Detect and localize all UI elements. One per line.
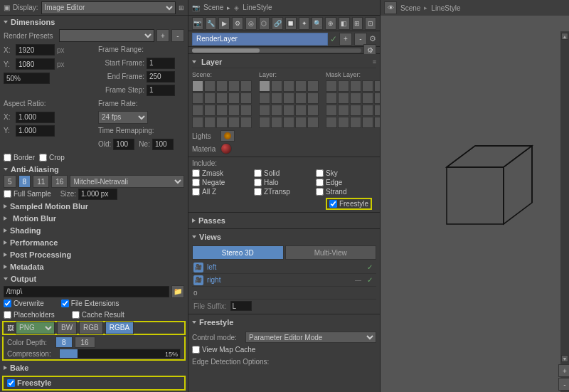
scene-cell-19[interactable] (228, 117, 240, 128)
layer-cell-11[interactable] (259, 105, 270, 116)
performance-section[interactable]: Performance (0, 236, 188, 248)
scene-cell-1[interactable] (192, 80, 203, 92)
mask-cell-9[interactable] (362, 92, 373, 104)
mask-cell-14[interactable] (362, 105, 373, 116)
toolbar-icon-2[interactable]: 🔧 (206, 17, 217, 30)
render-layer-add[interactable]: + (339, 33, 352, 46)
materia-circle[interactable] (220, 143, 232, 154)
render-presets-select[interactable] (59, 29, 154, 42)
negate-checkbox[interactable] (192, 179, 200, 186)
depth-8-btn[interactable]: 8 (55, 337, 73, 348)
mask-cell-1[interactable] (326, 80, 337, 92)
file-ext-label[interactable]: File Extensions (61, 300, 119, 307)
layer-cell-13[interactable] (283, 105, 294, 116)
mask-cell-6[interactable] (326, 92, 337, 104)
negate-item[interactable]: Negate (192, 179, 252, 186)
scene-cell-6[interactable] (192, 92, 203, 104)
freestyle-mid-header[interactable]: Freestyle (192, 316, 376, 329)
comp-bar[interactable]: 15% (59, 349, 181, 359)
render-layer-settings[interactable]: ⚙ (369, 34, 376, 43)
aa-filter-select[interactable]: Mitchell-Netravali (70, 175, 184, 188)
layer-cell-8[interactable] (283, 92, 294, 104)
end-frame-input[interactable] (147, 71, 175, 83)
layer-cell-20[interactable] (307, 117, 319, 128)
scene-cell-9[interactable] (228, 92, 240, 104)
output-path-input[interactable] (4, 286, 169, 297)
frame-step-input[interactable] (147, 85, 175, 96)
full-sample-checkbox[interactable] (4, 190, 11, 198)
allz-checkbox[interactable] (192, 188, 200, 196)
dimensions-section[interactable]: Dimensions (0, 16, 188, 28)
lights-btn[interactable] (220, 130, 235, 142)
scroll-down-btn[interactable]: ▼ (561, 355, 568, 362)
scene-cell-20[interactable] (240, 117, 252, 128)
scene-cell-2[interactable] (204, 80, 216, 92)
view-map-cache-label[interactable]: View Map Cache (192, 346, 255, 354)
freestyle-checkbox[interactable] (7, 379, 15, 387)
crop-check-label[interactable]: Crop (39, 154, 65, 161)
scene-cell-13[interactable] (216, 105, 228, 116)
overwrite-checkbox[interactable] (4, 300, 11, 307)
layer-cell-6[interactable] (259, 92, 270, 104)
res-y-input[interactable] (16, 58, 55, 70)
layer-cell-12[interactable] (271, 105, 282, 116)
passes-header[interactable]: Passes (192, 214, 376, 227)
scroll-track[interactable] (192, 48, 361, 53)
halo-checkbox[interactable] (254, 179, 262, 186)
view3d-icon[interactable]: 👁 (384, 1, 397, 14)
cache-result-label[interactable]: Cache Result (72, 311, 124, 319)
scene-cell-7[interactable] (204, 92, 216, 104)
sky-item[interactable]: Sky (316, 169, 376, 177)
ztransp-item[interactable]: ZTransp (254, 188, 314, 196)
toolbar-icon-9[interactable]: ✦ (299, 17, 310, 30)
placeholders-checkbox[interactable] (4, 311, 11, 319)
crop-checkbox[interactable] (39, 154, 47, 161)
motion-blur-row[interactable]: Motion Blur (0, 212, 188, 224)
mask-cell-2[interactable] (338, 80, 349, 92)
mask-cell-16[interactable] (326, 117, 337, 128)
mask-cell-17[interactable] (338, 117, 349, 128)
toolbar-icon-3[interactable]: ▶ (218, 17, 230, 30)
zmask-checkbox[interactable] (192, 169, 200, 177)
multi-view-tab[interactable]: Multi-View (285, 245, 377, 260)
framerate-select[interactable]: 24 fps (98, 111, 148, 124)
scene-cell-11[interactable] (192, 105, 203, 116)
scene-cell-10[interactable] (240, 92, 252, 104)
placeholders-label[interactable]: Placeholders (4, 311, 55, 319)
layer-cell-3[interactable] (283, 80, 294, 92)
strand-checkbox[interactable] (316, 188, 324, 196)
anti-aliasing-section[interactable]: Anti-Aliasing (0, 163, 188, 175)
format-bw-btn[interactable]: BW (57, 322, 77, 334)
view-o-item[interactable]: o (192, 287, 376, 300)
layer-cell-18[interactable] (283, 117, 294, 128)
view-left-item[interactable]: 🎥 left ✓ (192, 261, 376, 274)
sky-checkbox[interactable] (316, 169, 324, 177)
toolbar-icon-7[interactable]: 🔗 (272, 17, 283, 30)
toolbar-icon-5[interactable]: ◎ (245, 17, 257, 30)
layer-cell-1[interactable] (259, 80, 270, 92)
stereo-3d-tab[interactable]: Stereo 3D (192, 245, 284, 260)
post-processing-section[interactable]: Post Processing (0, 249, 188, 261)
scene-cell-17[interactable] (204, 117, 216, 128)
edge-checkbox[interactable] (316, 179, 324, 186)
mask-cell-12[interactable] (338, 105, 349, 116)
toolbar-icon-11[interactable]: ⊕ (325, 17, 336, 30)
cache-result-checkbox[interactable] (72, 311, 80, 319)
presets-add-btn[interactable]: + (156, 29, 169, 42)
filesuffix-input[interactable] (230, 301, 252, 311)
layer-cell-7[interactable] (271, 92, 282, 104)
halo-item[interactable]: Halo (254, 179, 314, 186)
freestyle-check-label[interactable]: Freestyle (7, 378, 51, 387)
view-map-cache-checkbox[interactable] (192, 346, 200, 354)
control-mode-select[interactable]: Parameter Editor Mode (245, 332, 376, 343)
mask-cell-15[interactable] (374, 105, 381, 116)
file-ext-checkbox[interactable] (61, 300, 69, 307)
toolbar-icon-6[interactable]: ⬡ (259, 17, 270, 30)
metadata-section[interactable]: Metadata (0, 261, 188, 273)
layer-cell-2[interactable] (271, 80, 282, 92)
res-pct-input[interactable] (4, 73, 50, 84)
allz-item[interactable]: All Z (192, 188, 252, 196)
overwrite-label[interactable]: Overwrite (4, 300, 44, 307)
toolbar-icon-1[interactable]: 📷 (192, 17, 203, 30)
layer-cell-17[interactable] (271, 117, 282, 128)
